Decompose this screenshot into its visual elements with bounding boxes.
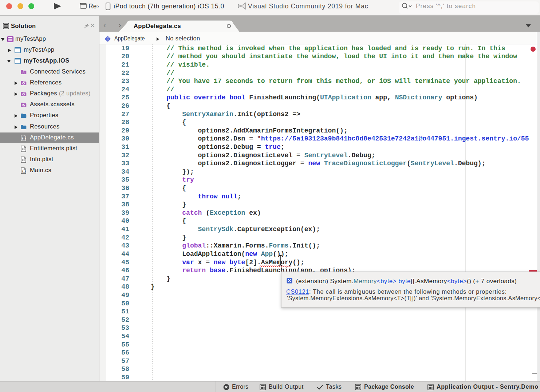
svg-text:C: C	[107, 37, 109, 41]
svg-text:{}: {}	[22, 136, 26, 140]
svg-text:{}: {}	[22, 169, 26, 173]
